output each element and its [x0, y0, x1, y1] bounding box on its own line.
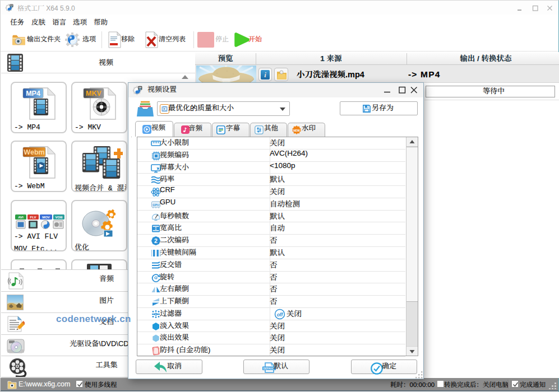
svg-text:MOV: MOV [42, 216, 50, 219]
svg-text:2: 2 [154, 237, 158, 244]
svg-text:VOB: VOB [55, 216, 63, 219]
svg-text:FLV: FLV [30, 216, 36, 219]
svg-text:AVI: AVI [18, 216, 24, 219]
svg-text:MKV: MKV [86, 90, 101, 97]
svg-text:off: off [277, 311, 284, 317]
svg-text:Webm: Webm [24, 148, 44, 156]
svg-text:GPU: GPU [153, 203, 159, 206]
svg-text:MP4: MP4 [26, 90, 40, 97]
svg-text:NEW: NEW [293, 129, 300, 132]
